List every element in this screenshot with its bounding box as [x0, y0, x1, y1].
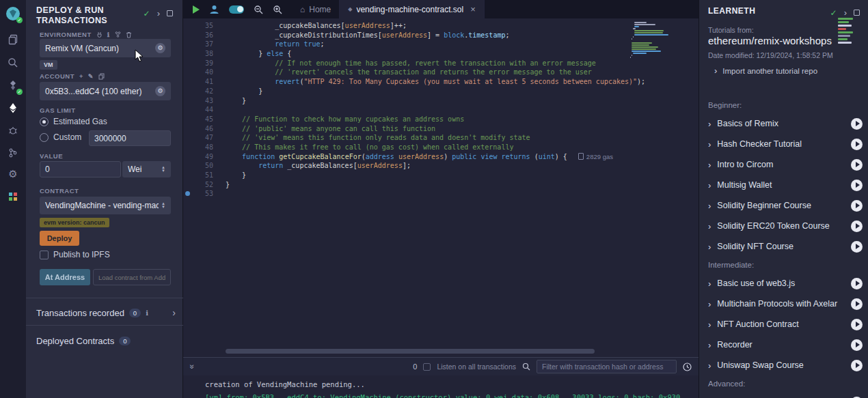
- code-line-39[interactable]: 39 // If not enough time has passed, rev…: [183, 59, 699, 68]
- zoom-out-icon[interactable]: [254, 5, 263, 14]
- account-settings-icon[interactable]: ⚙: [155, 86, 165, 96]
- panel-pin-icon[interactable]: [854, 10, 860, 16]
- horizontal-scrollbar[interactable]: [226, 349, 595, 354]
- play-tutorial-button[interactable]: [851, 159, 863, 171]
- deploy-button[interactable]: Deploy: [40, 231, 79, 246]
- breakpoint-gutter[interactable]: [183, 96, 193, 106]
- breakpoint-gutter[interactable]: [183, 171, 193, 180]
- play-tutorial-button[interactable]: [851, 221, 863, 232]
- tutorial-item[interactable]: ›Intro to Circom: [708, 154, 863, 175]
- breakpoint-gutter[interactable]: [183, 161, 193, 171]
- play-tutorial-button[interactable]: [851, 339, 863, 351]
- plugin-settings-icon[interactable]: ⚙: [5, 167, 21, 182]
- tutorial-item[interactable]: ›Hash Checker Tutorial: [708, 134, 863, 154]
- breakpoint-gutter[interactable]: [183, 49, 193, 59]
- panel-pin-icon[interactable]: [167, 10, 173, 16]
- code-line-52[interactable]: 52}: [183, 180, 699, 190]
- breakpoint-dot[interactable]: [183, 189, 193, 199]
- tutorial-item[interactable]: ›Basics of Remix: [708, 113, 863, 134]
- tutorial-item[interactable]: ›Solidity ERC20 Token Course: [708, 216, 863, 236]
- zoom-in-icon[interactable]: [273, 5, 282, 14]
- tutorial-item[interactable]: ›All about Proxy Contracts: [708, 392, 863, 398]
- tutorial-item[interactable]: ›Multichain Protocols with Axelar: [708, 294, 863, 314]
- user-icon[interactable]: [209, 5, 219, 14]
- code-line-40[interactable]: 40 // 'revert' cancels the transaction a…: [183, 68, 699, 77]
- trash-icon[interactable]: [126, 31, 132, 38]
- breakpoint-gutter[interactable]: [183, 68, 193, 77]
- environment-select[interactable]: Remix VM (Cancun) ⚙: [40, 39, 171, 57]
- deployed-contracts-section[interactable]: Deployed Contracts 0: [36, 331, 176, 350]
- tab-vending-machine-contract[interactable]: ◆ vending-machine-contract.sol ×: [340, 0, 485, 18]
- contract-select[interactable]: VendingMachine - vending-machin ▲▼: [40, 197, 171, 214]
- tutorial-item[interactable]: ›NFT Auction Contract: [708, 314, 863, 335]
- listen-all-transactions-checkbox[interactable]: [423, 363, 431, 371]
- deploy-run-icon[interactable]: [5, 100, 21, 115]
- value-input[interactable]: [40, 161, 121, 177]
- breakpoint-gutter[interactable]: [183, 31, 193, 40]
- info-icon[interactable]: ℹ: [107, 31, 110, 38]
- breakpoint-gutter[interactable]: [183, 152, 193, 162]
- tutorial-item[interactable]: ›Solidity Beginner Course: [708, 195, 863, 216]
- tab-home[interactable]: ⌂ Home: [292, 0, 340, 18]
- breakpoint-gutter[interactable]: [183, 77, 193, 87]
- copy-icon[interactable]: [98, 73, 105, 80]
- breakpoint-gutter[interactable]: [183, 59, 193, 68]
- play-tutorial-button[interactable]: [851, 319, 863, 330]
- tutorial-item[interactable]: ›Recorder: [708, 335, 863, 355]
- terminal-filter-input[interactable]: [537, 360, 677, 373]
- plug-icon[interactable]: [96, 31, 103, 38]
- terminal-search-icon[interactable]: [522, 363, 530, 371]
- at-address-button[interactable]: At Address: [40, 269, 90, 285]
- code-line-50[interactable]: 50 return _cupcakeBalances[userAddress];: [183, 161, 699, 171]
- breakpoint-gutter[interactable]: [183, 21, 193, 31]
- debugger-icon[interactable]: [5, 123, 21, 138]
- code-line-38[interactable]: 38 } else {: [183, 49, 699, 59]
- at-address-input[interactable]: [93, 269, 171, 285]
- estimated-gas-option[interactable]: Estimated Gas: [40, 117, 107, 126]
- solidity-compiler-icon[interactable]: ✓: [5, 78, 21, 93]
- code-line-51[interactable]: 51 }: [183, 171, 699, 180]
- copilot-toggle[interactable]: [229, 5, 244, 14]
- play-tutorial-button[interactable]: [851, 139, 863, 150]
- code-line-49[interactable]: 49 function getCupcakeBalanceFor(address…: [183, 152, 699, 162]
- custom-gas-input[interactable]: [89, 130, 171, 146]
- value-unit-select[interactable]: Wei ▲▼: [122, 161, 171, 177]
- code-editor[interactable]: 35 _cupcakeBalances[userAddress]++;36 _c…: [183, 18, 699, 357]
- run-script-icon[interactable]: [193, 5, 200, 14]
- close-tab-icon[interactable]: ×: [470, 4, 476, 14]
- play-tutorial-button[interactable]: [851, 180, 863, 191]
- breakpoint-gutter[interactable]: [183, 124, 193, 134]
- git-icon[interactable]: [5, 145, 21, 160]
- code-line-35[interactable]: 35 _cupcakeBalances[userAddress]++;: [183, 21, 699, 31]
- breakpoint-gutter[interactable]: [183, 143, 193, 152]
- environment-settings-icon[interactable]: ⚙: [155, 43, 165, 53]
- breakpoint-gutter[interactable]: [183, 40, 193, 49]
- breakpoint-gutter[interactable]: [183, 133, 193, 143]
- code-line-43[interactable]: 43 }: [183, 96, 699, 106]
- estimated-gas-radio[interactable]: [40, 117, 49, 126]
- code-line-42[interactable]: 42 }: [183, 87, 699, 96]
- play-tutorial-button[interactable]: [851, 360, 863, 371]
- tutorial-item[interactable]: ›Solidity NFT Course: [708, 236, 863, 257]
- breakpoint-gutter[interactable]: [183, 105, 193, 115]
- account-select[interactable]: 0x5B3...eddC4 (100 ether) ⚙: [40, 82, 171, 100]
- transactions-recorded-section[interactable]: Transactions recorded 0 ℹ ›: [36, 303, 176, 322]
- publish-ipfs-checkbox[interactable]: [40, 251, 49, 259]
- play-tutorial-button[interactable]: [851, 118, 863, 130]
- code-line-41[interactable]: 41 revert("HTTP 429: Too Many Cupcakes (…: [183, 77, 699, 87]
- terminal-log[interactable]: creation of VendingMachine pending...[vm…: [183, 375, 699, 398]
- learneth-icon[interactable]: [5, 189, 21, 204]
- remix-logo[interactable]: ✓: [5, 6, 21, 21]
- file-explorer-icon[interactable]: [5, 32, 21, 47]
- play-tutorial-button[interactable]: [851, 278, 863, 289]
- code-line-45[interactable]: 45 // Function to check how many cupcake…: [183, 115, 699, 124]
- play-tutorial-button[interactable]: [851, 298, 863, 310]
- add-account-icon[interactable]: +: [79, 73, 83, 80]
- breakpoint-gutter[interactable]: [183, 180, 193, 190]
- tutorial-item[interactable]: ›Multisig Wallet: [708, 175, 863, 195]
- code-line-46[interactable]: 46 // 'public' means anyone can call thi…: [183, 124, 699, 134]
- custom-gas-radio[interactable]: [40, 133, 49, 142]
- edit-account-icon[interactable]: ✎: [88, 73, 94, 80]
- tutorial-item[interactable]: ›Basic use of web3.js: [708, 273, 863, 294]
- breakpoint-gutter[interactable]: [183, 87, 193, 96]
